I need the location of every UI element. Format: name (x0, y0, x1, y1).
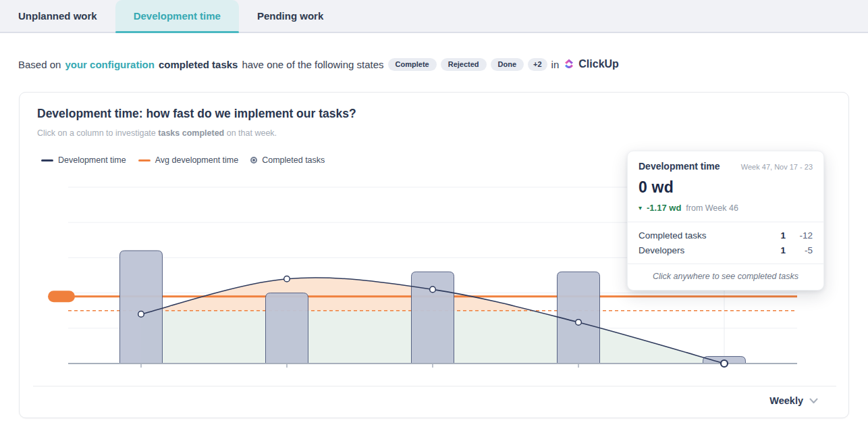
statement-bold: completed tasks (159, 59, 238, 70)
your-configuration-link[interactable]: your configuration (65, 59, 155, 70)
statement-prefix: Based on (18, 59, 61, 70)
development-time-card: Development time: how fast do we impleme… (19, 92, 849, 418)
state-badge-rejected: Rejected (441, 58, 487, 71)
line-marker-week-44 (284, 276, 290, 282)
state-badge-more[interactable]: +2 (528, 58, 547, 71)
statement-in: in (551, 59, 560, 70)
clickup-label: ClickUp (578, 58, 619, 70)
chart-tooltip: Development time Week 47, Nov 17 - 23 0 … (627, 151, 824, 291)
state-badge-done: Done (491, 58, 524, 71)
bar-week-46[interactable] (558, 272, 600, 364)
tooltip-footer: Click anywhere to see completed tasks (628, 264, 823, 290)
delta-down-icon: ▾ (639, 205, 642, 211)
statement-rest: have one of the following states (242, 59, 383, 70)
bar-week-43[interactable] (120, 251, 163, 364)
card-footer-divider (33, 386, 836, 386)
tooltip-date-range: Week 47, Nov 17 - 23 (741, 163, 813, 171)
chevron-down-icon (809, 398, 818, 404)
tooltip-delta: -1.17 wd (647, 203, 681, 213)
clickup-logo-icon (563, 58, 575, 70)
tooltip-row-developers: Developers 1 -5 (639, 245, 813, 255)
clickup-link[interactable]: ClickUp (563, 58, 619, 70)
tooltip-title: Development time (639, 161, 720, 172)
tab-bar: Unplanned work Development time Pending … (0, 0, 868, 33)
line-marker-week-45 (430, 286, 436, 293)
bar-week-45[interactable] (412, 272, 454, 364)
line-marker-week-46 (576, 320, 582, 326)
period-label: Weekly (769, 395, 803, 406)
tab-pending-work[interactable]: Pending work (239, 0, 342, 32)
tooltip-delta-context: from Week 46 (686, 203, 738, 213)
tab-development-time[interactable]: Development time (115, 0, 239, 32)
bar-week-44[interactable] (266, 293, 308, 364)
configuration-statement: Based on your configuration completed ta… (18, 57, 619, 72)
state-badge-complete: Complete (388, 58, 437, 71)
tooltip-value: 0 wd (628, 172, 823, 197)
tab-unplanned-work[interactable]: Unplanned work (0, 0, 115, 32)
line-marker-week-43 (138, 311, 144, 318)
period-dropdown[interactable]: Weekly (769, 395, 818, 406)
tooltip-row-completed-tasks: Completed tasks 1 -12 (639, 230, 813, 241)
line-marker-week-47 (721, 360, 728, 367)
